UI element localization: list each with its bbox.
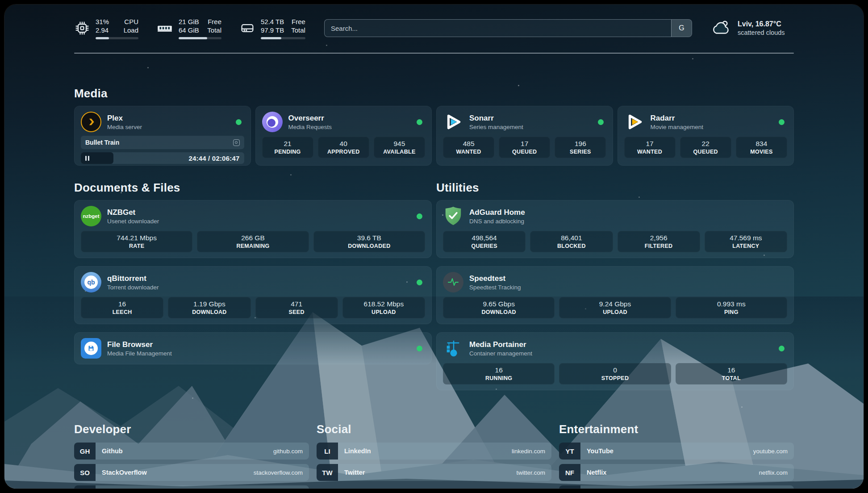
stat-series: 196SERIES: [555, 137, 606, 158]
link-github[interactable]: GH Github github.com: [74, 443, 309, 460]
app-subtitle: Movie management: [651, 124, 704, 130]
link-reddit[interactable]: RE Reddit reddit.com: [559, 485, 794, 489]
stat-filtered: 2,956FILTERED: [618, 231, 700, 252]
disk-icon: [239, 20, 255, 36]
memory-stat: 21 GiB 64 GiB Free Total: [156, 17, 221, 39]
link-name: Netflix: [587, 469, 606, 476]
app-card-qbittorrent[interactable]: qb qBittorrent Torrent downloader 16LEEC…: [74, 266, 432, 324]
app-name: File Browser: [107, 340, 172, 349]
stat-downloaded: 39.6 TBDOWNLOADED: [313, 231, 425, 252]
stat-upload: 618.52 MbpsUPLOAD: [342, 297, 425, 318]
app-card-sonarr[interactable]: Sonarr Series management 485WANTED 17QUE…: [436, 106, 613, 166]
link-youtube[interactable]: YT YouTube youtube.com: [559, 443, 794, 460]
stat-pending: 21PENDING: [262, 137, 313, 158]
stat-queued: 17QUEUED: [499, 137, 550, 158]
app-card-adguard[interactable]: AdGuard Home DNS and adblocking 498,564Q…: [436, 200, 794, 258]
app-card-plex[interactable]: Plex Media server Bullet Train 24:44 / 0…: [74, 106, 251, 166]
app-subtitle: Media server: [107, 124, 142, 130]
link-abbr: NF: [559, 464, 580, 481]
link-linkedin[interactable]: LI LinkedIn linkedin.com: [317, 443, 551, 460]
app-name: Media Portainer: [469, 340, 532, 349]
disk-stat: 52.4 TB 97.9 TB Free Total: [239, 17, 305, 39]
stat-download: 1.19 GbpsDOWNLOAD: [168, 297, 250, 318]
app-subtitle: Series management: [469, 124, 523, 130]
link-url: netflix.com: [759, 469, 788, 476]
stat-seed: 471SEED: [255, 297, 338, 318]
memory-label: Free: [207, 17, 221, 26]
stat-movies: 834MOVIES: [736, 137, 787, 158]
stat-total: 16TOTAL: [676, 363, 787, 384]
pause-icon[interactable]: [85, 156, 89, 161]
developer-links: Developer GH Github github.com SO StackO…: [74, 422, 309, 489]
stat-ping: 0.993 msPING: [676, 297, 787, 318]
search-bar: G: [324, 19, 692, 37]
link-name: StackOverflow: [102, 469, 147, 476]
stat-upload: 9.24 GbpsUPLOAD: [559, 297, 671, 318]
disk-free: 52.4 TB: [261, 17, 284, 26]
section-title-media: Media: [74, 87, 794, 100]
entertainment-links: Entertainment YT YouTube youtube.com NF …: [559, 422, 794, 489]
header: 31% 2.94 CPU Load: [74, 15, 794, 41]
app-subtitle: Media Requests: [288, 124, 332, 130]
now-playing-title: Bullet Train: [85, 139, 119, 146]
disk-label2: Total: [291, 26, 305, 34]
search-input[interactable]: [325, 20, 671, 37]
link-netflix[interactable]: NF Netflix netflix.com: [559, 464, 794, 481]
status-dot: [417, 213, 422, 219]
app-card-speedtest[interactable]: Speedtest Speedtest Tracking 9.65 GbpsDO…: [436, 266, 794, 324]
app-name: Plex: [107, 114, 142, 123]
memory-progress-bar: [179, 37, 221, 39]
app-subtitle: Container management: [469, 350, 532, 357]
app-card-portainer[interactable]: Media Portainer Container management 16R…: [436, 332, 794, 390]
app-card-nzbget[interactable]: nzbget NZBGet Usenet downloader 744.21 M…: [74, 200, 432, 258]
cloud-moon-icon: [711, 19, 731, 38]
link-name: Twitter: [344, 469, 365, 476]
media-card-row: Plex Media server Bullet Train 24:44 / 0…: [74, 106, 794, 166]
status-dot: [417, 119, 422, 125]
app-subtitle: Torrent downloader: [107, 284, 159, 291]
cpu-icon: [74, 20, 90, 36]
stat-queries: 498,564QUERIES: [443, 231, 526, 252]
overseerr-icon: [262, 112, 283, 132]
app-name: Speedtest: [469, 274, 521, 283]
memory-free: 21 GiB: [179, 17, 199, 26]
section-title-entertainment: Entertainment: [559, 422, 794, 436]
section-title-developer: Developer: [74, 422, 309, 436]
search-engine-button[interactable]: G: [671, 20, 692, 37]
now-playing-row: Bullet Train: [81, 136, 244, 149]
link-twitter[interactable]: TW Twitter twitter.com: [317, 464, 551, 481]
section-title-utilities: Utilities: [436, 181, 794, 195]
weather-widget[interactable]: Lviv, 16.87°C scattered clouds: [711, 19, 794, 38]
link-abbr: RE: [559, 485, 580, 489]
link-dev[interactable]: DT DEV dev.to: [74, 485, 309, 489]
stat-available: 945AVAILABLE: [374, 137, 425, 158]
plex-icon: [81, 112, 101, 132]
link-stackoverflow[interactable]: SO StackOverflow stackoverflow.com: [74, 464, 309, 481]
app-card-filebrowser[interactable]: File Browser Media File Management: [74, 332, 432, 364]
cpu-percent: 31%: [96, 17, 109, 26]
disk-progress-bar: [261, 37, 305, 39]
disk-label: Free: [291, 17, 305, 26]
stat-leech: 16LEECH: [81, 297, 163, 318]
app-card-radarr[interactable]: Radarr Movie management 17WANTED 22QUEUE…: [618, 106, 794, 166]
app-subtitle: DNS and adblocking: [469, 218, 525, 225]
speedtest-icon: [443, 272, 463, 292]
stat-approved: 40APPROVED: [318, 137, 369, 158]
stat-blocked: 86,401BLOCKED: [530, 231, 613, 252]
social-links: Social LI LinkedIn linkedin.com TW Twitt…: [317, 422, 551, 485]
app-card-overseerr[interactable]: Overseerr Media Requests 21PENDING 40APP…: [255, 106, 432, 166]
status-dot: [236, 119, 242, 125]
utilities-column: Utilities Ad: [436, 181, 794, 398]
status-dot: [417, 280, 422, 285]
link-url: twitter.com: [516, 469, 545, 476]
app-name: Radarr: [651, 114, 704, 123]
link-url: github.com: [273, 448, 303, 455]
memory-label2: Total: [207, 26, 221, 34]
section-title-social: Social: [317, 422, 551, 436]
link-abbr: DT: [74, 485, 96, 489]
stat-stopped: 0STOPPED: [559, 363, 671, 384]
stat-download: 9.65 GbpsDOWNLOAD: [443, 297, 555, 318]
status-dot: [779, 119, 785, 125]
sonarr-icon: [443, 112, 463, 132]
qbittorrent-icon: qb: [81, 272, 101, 292]
